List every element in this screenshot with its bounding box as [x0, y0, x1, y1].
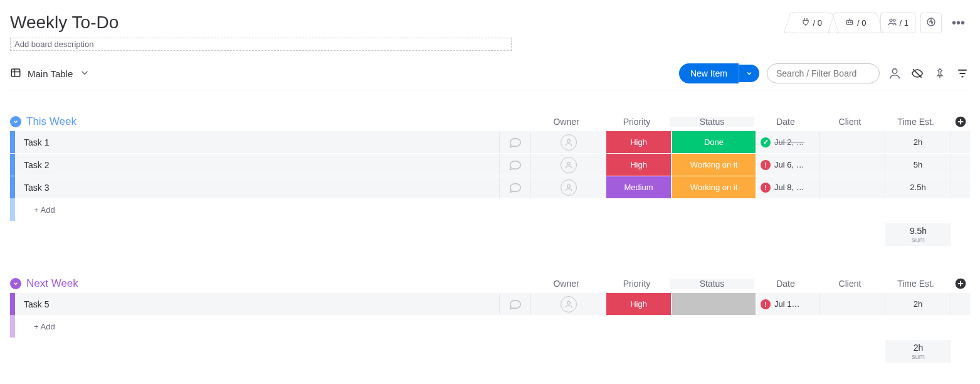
client-cell[interactable]: [819, 293, 885, 315]
table-row[interactable]: Task 2HighWorking on it!Jul 6, …5h: [10, 153, 970, 176]
date-cell[interactable]: !Jul 1…: [757, 293, 819, 315]
table-row[interactable]: Task 5High!Jul 1…2h: [10, 292, 970, 315]
col-status[interactable]: Status: [670, 117, 754, 127]
new-item-dropdown[interactable]: [739, 65, 759, 82]
add-row[interactable]: + Add: [10, 198, 970, 221]
owner-cell[interactable]: [531, 176, 606, 198]
chat-icon[interactable]: [508, 181, 522, 195]
members-chip[interactable]: / 1: [880, 13, 915, 33]
priority-cell[interactable]: High: [606, 293, 672, 315]
status-cell[interactable]: Working on it: [672, 176, 757, 198]
groups-container: This WeekOwnerPriorityStatusDateClientTi…: [10, 115, 970, 363]
client-cell[interactable]: [819, 131, 885, 153]
new-item-button[interactable]: New Item: [679, 63, 739, 83]
owner-avatar-placeholder[interactable]: [561, 179, 577, 196]
owner-avatar-placeholder[interactable]: [561, 296, 577, 312]
owner-avatar-placeholder[interactable]: [561, 134, 577, 151]
priority-cell[interactable]: Medium: [606, 176, 672, 198]
time-cell[interactable]: 2.5h: [885, 176, 951, 198]
time-sum: 9.5hsum: [885, 223, 951, 246]
row-color-bar: [10, 176, 15, 198]
status-cell[interactable]: [672, 293, 757, 315]
client-cell[interactable]: [819, 154, 885, 176]
chat-icon[interactable]: [508, 136, 522, 149]
add-column-icon[interactable]: [954, 277, 967, 290]
row-color-bar: [10, 131, 15, 153]
date-cell[interactable]: ✓Jul 2, …: [757, 131, 819, 153]
table-row[interactable]: Task 1HighDone✓Jul 2, …2h: [10, 131, 970, 153]
group-thisweek: This WeekOwnerPriorityStatusDateClientTi…: [10, 115, 970, 246]
chevron-down-icon: [79, 67, 90, 80]
integrations-chip[interactable]: / 0: [792, 13, 831, 33]
add-row-text[interactable]: + Add: [15, 198, 970, 221]
row-tail: [951, 131, 970, 153]
search-input[interactable]: [767, 63, 880, 83]
view-name: Main Table: [28, 68, 73, 79]
time-cell[interactable]: 2h: [885, 131, 951, 153]
time-cell[interactable]: 2h: [885, 293, 951, 315]
task-name[interactable]: Task 1: [15, 131, 500, 153]
deadline-indicator-icon: !: [761, 299, 771, 309]
svg-point-9: [567, 139, 570, 142]
col-client[interactable]: Client: [817, 117, 883, 127]
row-tail: [951, 293, 970, 315]
collapse-toggle[interactable]: [10, 278, 21, 289]
date-text: Jul 8, …: [774, 183, 804, 192]
status-cell[interactable]: Done: [672, 131, 757, 153]
col-status[interactable]: Status: [670, 279, 754, 289]
col-date[interactable]: Date: [754, 117, 817, 127]
svg-rect-6: [11, 69, 20, 77]
task-name[interactable]: Task 5: [15, 293, 500, 315]
status-cell[interactable]: Working on it: [672, 154, 757, 176]
chat-cell[interactable]: [500, 293, 531, 315]
task-name[interactable]: Task 3: [15, 176, 500, 198]
client-cell[interactable]: [819, 176, 885, 198]
col-owner[interactable]: Owner: [529, 117, 604, 127]
row-tail: [951, 176, 970, 198]
col-priority[interactable]: Priority: [604, 117, 670, 127]
col-time[interactable]: Time Est.: [883, 279, 949, 289]
deadline-indicator-icon: ✓: [761, 137, 771, 147]
chat-cell[interactable]: [500, 176, 531, 198]
more-menu[interactable]: •••: [947, 13, 970, 33]
chat-cell[interactable]: [500, 131, 531, 153]
deadline-indicator-icon: !: [761, 160, 771, 170]
automations-count: / 0: [857, 18, 866, 28]
col-priority[interactable]: Priority: [604, 279, 670, 289]
filter-icon[interactable]: [955, 66, 970, 81]
date-cell[interactable]: !Jul 6, …: [757, 154, 819, 176]
integrations-count: / 0: [813, 18, 822, 28]
priority-cell[interactable]: High: [606, 131, 672, 153]
col-time[interactable]: Time Est.: [883, 117, 949, 127]
table-row[interactable]: Task 3MediumWorking on it!Jul 8, …2.5h: [10, 176, 970, 198]
owner-cell[interactable]: [531, 293, 606, 315]
owner-avatar-placeholder[interactable]: [561, 157, 577, 173]
priority-cell[interactable]: High: [606, 154, 672, 176]
automations-chip[interactable]: / 0: [836, 13, 875, 33]
add-row-text[interactable]: + Add: [15, 315, 970, 338]
col-owner[interactable]: Owner: [529, 279, 604, 289]
person-filter-icon[interactable]: [887, 66, 902, 81]
chat-icon[interactable]: [508, 297, 522, 311]
time-cell[interactable]: 5h: [885, 154, 951, 176]
view-selector[interactable]: Main Table: [10, 67, 90, 80]
col-client[interactable]: Client: [817, 279, 883, 289]
add-column-icon[interactable]: [954, 115, 967, 128]
plug-icon: [801, 17, 811, 29]
collapse-toggle[interactable]: [10, 116, 21, 127]
pin-icon[interactable]: [932, 66, 947, 81]
owner-cell[interactable]: [531, 154, 606, 176]
board-description[interactable]: Add board description: [10, 38, 512, 51]
task-name[interactable]: Task 2: [15, 154, 500, 176]
group-title[interactable]: This Week: [26, 115, 76, 128]
hidden-columns-icon[interactable]: [910, 66, 925, 81]
col-date[interactable]: Date: [754, 279, 817, 289]
activity-chip[interactable]: [920, 13, 942, 33]
owner-cell[interactable]: [531, 131, 606, 153]
chat-icon[interactable]: [508, 158, 522, 172]
chat-cell[interactable]: [500, 154, 531, 176]
date-cell[interactable]: !Jul 8, …: [757, 176, 819, 198]
add-row[interactable]: + Add: [10, 315, 970, 338]
board-title[interactable]: Weekly To-Do: [10, 13, 512, 33]
group-title[interactable]: Next Week: [26, 277, 78, 290]
